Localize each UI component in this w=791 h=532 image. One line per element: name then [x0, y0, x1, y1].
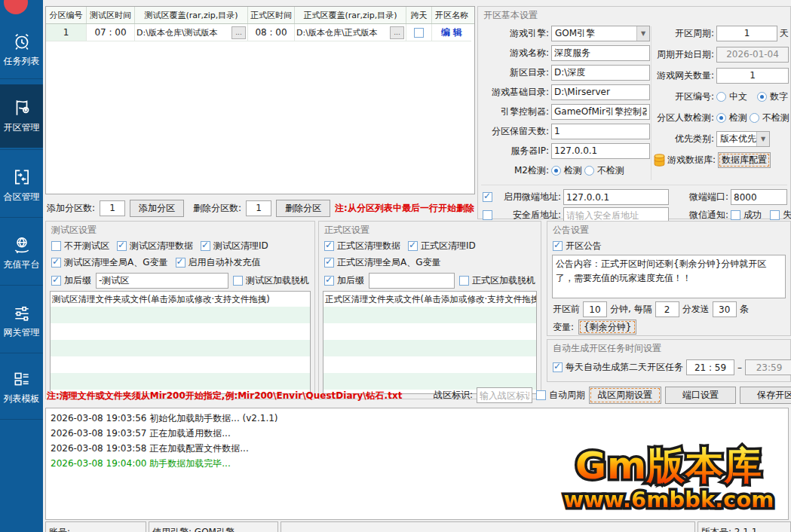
db-config-button[interactable]: 数据库配置: [718, 152, 771, 168]
engine-select[interactable]: GOM引擎 ▼: [551, 26, 650, 41]
remaining-minutes-variable-button[interactable]: {剩余分钟}: [578, 320, 636, 335]
task-time-to-input[interactable]: [745, 359, 791, 375]
sidebar-item-task-list[interactable]: 任务列表: [0, 27, 43, 68]
prod-suffix-checkbox[interactable]: [324, 276, 334, 286]
browse-button[interactable]: ...: [231, 26, 246, 39]
test-clean-file-list[interactable]: 测试区清理文件夹或文件(单击添加或修改·支持文件拖拽): [50, 291, 311, 394]
warzone-cycle-settings-button[interactable]: 战区周期设置: [589, 387, 661, 404]
numbering-chinese-radio[interactable]: [716, 92, 726, 102]
list-row: [323, 323, 536, 340]
add-partition-button[interactable]: 添加分区: [130, 200, 184, 217]
browse-button[interactable]: ...: [390, 26, 404, 39]
sidebar-item-label: 网关管理: [4, 326, 40, 339]
autocycle-checkbox[interactable]: [536, 390, 546, 400]
crowd-check-label: 分区人数检测:: [654, 112, 714, 124]
test-time-cell[interactable]: 07 : 00: [87, 24, 135, 41]
sidebar-item-label: 充值平台: [4, 258, 40, 271]
log-line-success: 2026-03-08 19:04:00 助手数据加载完毕...: [51, 456, 783, 471]
edit-link[interactable]: 编 辑: [441, 26, 462, 39]
add-count-input[interactable]: [100, 200, 125, 216]
keep-days-input[interactable]: [551, 124, 650, 139]
base-dir-input[interactable]: [551, 84, 650, 100]
wechat-success-checkbox[interactable]: [731, 210, 740, 220]
test-clean-var-checkbox[interactable]: [51, 258, 61, 268]
gateway-count-label: 游戏网关数量:: [654, 69, 714, 82]
server-ip-label: 服务器IP:: [481, 145, 549, 157]
test-offline-checkbox[interactable]: [233, 276, 243, 286]
before-minutes-input[interactable]: [583, 301, 607, 317]
micro-client-address-input[interactable]: [563, 189, 669, 205]
group-title: 测试区设置: [51, 224, 97, 237]
chevron-down-icon[interactable]: ▼: [756, 132, 769, 146]
list-row: [51, 340, 310, 356]
test-path-cell[interactable]: D:\版本仓库\测试版本 ...: [135, 24, 248, 41]
crossday-cell: [406, 24, 432, 41]
send-count-input[interactable]: [713, 301, 737, 317]
auto-recharge-checkbox[interactable]: [176, 258, 185, 268]
partition-id-cell[interactable]: 1: [46, 24, 87, 41]
sidebar-item-recharge-platform[interactable]: 充值平台: [0, 231, 43, 271]
crowd-check-yes-radio[interactable]: [716, 113, 726, 123]
micro-port-input[interactable]: [731, 189, 787, 205]
prod-clean-id-checkbox[interactable]: [408, 241, 418, 251]
sidebar-item-gateway-management[interactable]: 网关管理: [0, 298, 43, 339]
priority-select[interactable]: 版本优先 ▼: [716, 131, 770, 147]
test-clean-id-checkbox[interactable]: [201, 241, 210, 251]
prod-clean-file-list[interactable]: 正式区清理文件夹或文件(单击添加或修改·支持文件拖拽): [323, 291, 537, 394]
gateway-count-input[interactable]: [716, 68, 789, 84]
sidebar-item-zone-management[interactable]: 开区管理: [0, 84, 43, 148]
test-clean-data-checkbox[interactable]: [117, 241, 127, 251]
security-shield-checkbox[interactable]: [483, 210, 492, 220]
prod-offline-checkbox[interactable]: [459, 276, 469, 286]
cycle-input[interactable]: [716, 26, 777, 41]
game-name-input[interactable]: [551, 45, 650, 61]
prod-clean-var-checkbox[interactable]: [324, 258, 334, 268]
delete-partition-button[interactable]: 删除分区: [276, 200, 330, 217]
variable-label: 变量:: [553, 321, 574, 334]
warzone-input[interactable]: [477, 387, 532, 403]
save-config-button[interactable]: 保存开区配置: [740, 387, 791, 404]
test-suffix-checkbox[interactable]: [51, 276, 61, 286]
start-date-input[interactable]: [716, 47, 789, 63]
sidebar-item-merge-management[interactable]: 合区管理: [0, 163, 43, 203]
crowd-check-no-radio[interactable]: [750, 113, 759, 123]
sidebar: 任务列表 开区管理 合区管理 充值平台 网关管理 列表模板: [0, 0, 43, 532]
column-header: 分区编号: [46, 7, 87, 23]
interval-input[interactable]: [655, 301, 679, 317]
sidebar-item-list-template[interactable]: 列表模板: [0, 365, 43, 405]
numbering-digit-radio[interactable]: [757, 92, 767, 102]
test-suffix-input[interactable]: [96, 273, 228, 289]
m2-check-yes-radio[interactable]: [551, 166, 561, 176]
cycle-unit: 天: [780, 27, 789, 40]
list-row: [323, 307, 536, 323]
new-dir-input[interactable]: [551, 65, 650, 81]
no-open-test-checkbox[interactable]: [51, 241, 61, 251]
announce-content-textarea[interactable]: 公告内容：正式开区时间还剩{剩余分钟}分钟就开区了，需要充值的玩家速度充值！！: [552, 255, 786, 298]
engine-label: 游戏引擎:: [481, 27, 549, 40]
port-settings-button[interactable]: 端口设置: [665, 387, 736, 404]
server-ip-input[interactable]: [551, 143, 650, 159]
prod-clean-data-checkbox[interactable]: [324, 241, 334, 251]
log-line: 2026-03-08 19:03:56 初始化加载助手数据... (v2.1.1…: [51, 411, 783, 426]
prod-time-cell[interactable]: 08 : 00: [248, 24, 295, 41]
crossday-checkbox[interactable]: [414, 28, 424, 38]
wechat-fail-checkbox[interactable]: [770, 210, 780, 220]
delete-count-input[interactable]: [246, 200, 271, 216]
log-output[interactable]: 2026-03-08 19:03:56 初始化加载助手数据... (v2.1.1…: [45, 408, 789, 520]
list-template-icon: [12, 369, 32, 389]
group-title: 开区基本设置: [483, 9, 538, 22]
autotask-checkbox[interactable]: [553, 362, 563, 372]
column-header: 正式区时间: [248, 7, 295, 23]
chevron-down-icon[interactable]: ▼: [636, 26, 649, 41]
prod-path-cell[interactable]: D:\版本仓库\正式版本 ...: [295, 24, 406, 41]
list-row: [51, 356, 310, 373]
prod-suffix-input[interactable]: [369, 273, 455, 289]
open-announce-checkbox[interactable]: [553, 241, 563, 251]
task-time-from-input[interactable]: [686, 359, 734, 375]
group-title: 正式区设置: [324, 224, 369, 237]
micro-client-checkbox[interactable]: [483, 192, 492, 202]
table-row: 1 07 : 00 D:\版本仓库\测试版本 ... 08 : 00 D:\版本…: [46, 24, 474, 41]
controller-input[interactable]: [551, 104, 650, 120]
m2-check-label: M2检测:: [481, 164, 549, 177]
m2-check-no-radio[interactable]: [584, 166, 594, 176]
